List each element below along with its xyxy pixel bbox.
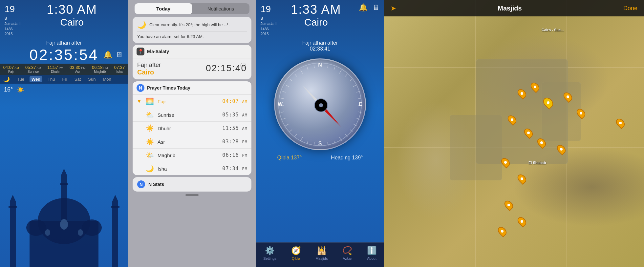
map-label-el-shabab: El Shabab xyxy=(528,161,546,165)
bell-icon-1[interactable]: 🔔 xyxy=(103,51,112,59)
svg-marker-8 xyxy=(61,169,67,175)
svg-point-6 xyxy=(82,219,102,236)
prayer-times-widget: N Prayer Times Today ▼ 🌅 Fajr 04:07 AM ▼… xyxy=(133,81,251,175)
pt-time-fajr: 04:07 AM xyxy=(222,98,247,104)
map-label-cairo-sue: Cairo - Sue... xyxy=(542,28,564,32)
pt-row-sunrise[interactable]: ▼ ⛅ Sunrise 05:35 AM xyxy=(133,108,251,122)
svg-line-19 xyxy=(339,70,342,73)
svg-line-41 xyxy=(283,118,286,119)
nav-masjids[interactable]: 🕌 Masjids xyxy=(315,246,328,260)
masjid-pin-4[interactable] xyxy=(564,92,571,102)
ela-app-icon: 📍 xyxy=(137,48,144,55)
svg-point-55 xyxy=(319,103,323,107)
moon-icon-weather: 🌙 xyxy=(137,21,146,29)
pt-row-dhuhr[interactable]: ▼ ☀️ Dhuhr 11:55 AM xyxy=(133,122,251,135)
nav-about[interactable]: ℹ️ About xyxy=(367,246,377,260)
tab-today[interactable]: Today xyxy=(135,3,192,14)
nav-settings[interactable]: ⚙️ Settings xyxy=(263,246,276,260)
time-center-3: 1:33 AM Cairo xyxy=(291,3,341,28)
screen-icon-1[interactable]: 🖥 xyxy=(116,51,123,59)
nav-azkar[interactable]: 📿 Azkar xyxy=(342,246,352,260)
prayer-times-title: Prayer Times Today xyxy=(147,85,190,91)
svg-line-35 xyxy=(314,142,314,146)
svg-line-32 xyxy=(334,141,335,144)
tab-notifications[interactable]: Notifications xyxy=(192,3,249,14)
month-left-3: 8 xyxy=(261,15,276,21)
masjid-pin-1[interactable] xyxy=(518,89,526,98)
day-mon[interactable]: Mon xyxy=(101,76,113,82)
svg-line-27 xyxy=(356,118,359,119)
prayer-times-row-1: 04:07 AM Fajr 05:37 AM Sunrise 11:57 PM … xyxy=(0,65,128,73)
masjid-pin-15[interactable] xyxy=(617,118,624,128)
city-1: Cairo xyxy=(47,17,97,28)
nstats-name: N Stats xyxy=(148,182,164,187)
urban-area-2 xyxy=(450,115,502,180)
masjid-pin-12[interactable] xyxy=(499,226,506,236)
urban-area-3 xyxy=(542,82,581,141)
masjid-pin-5[interactable] xyxy=(508,115,516,125)
pt-name-isha: Isha xyxy=(158,166,219,172)
masjid-pin-11[interactable] xyxy=(505,200,512,210)
ela-main: Fajr after Cairo 02:15:40 ⓘ xyxy=(133,58,251,79)
svg-line-17 xyxy=(328,65,328,68)
heading-label: Heading 139° xyxy=(331,155,363,161)
prayer-fajr-1[interactable]: 04:07 AM Fajr xyxy=(3,65,19,73)
day-sun[interactable]: Sun xyxy=(86,76,97,82)
prayer-asr-1[interactable]: 03:30 PM Asr xyxy=(70,65,86,73)
svg-point-13 xyxy=(60,219,68,230)
next-prayer-label-1: Fajr athan after xyxy=(0,40,128,46)
masjid-pin-6[interactable] xyxy=(525,128,532,138)
year-gregorian-1: 2015 xyxy=(5,31,20,36)
pin-inner-2 xyxy=(534,86,536,88)
week-bar-1: 🌙 Tue Wed Thu Fri Sat Sun Mon xyxy=(0,75,128,84)
prayer-isha-1[interactable]: 07:37 Isha xyxy=(114,65,125,73)
masjid-pin-7[interactable] xyxy=(538,138,545,148)
prayer-sunrise-1[interactable]: 05:37 AM Sunrise xyxy=(25,65,41,73)
bell-icon-3[interactable]: 🔔 xyxy=(359,3,368,11)
day-tue[interactable]: Tue xyxy=(15,76,26,82)
nav-qibla[interactable]: 🧭 Qibla xyxy=(291,246,301,260)
day-sat[interactable]: Sat xyxy=(73,76,83,82)
pin-inner-3 xyxy=(547,101,549,104)
day-wed[interactable]: Wed xyxy=(30,76,42,82)
done-button[interactable]: Done xyxy=(623,5,637,12)
screen-icon-3[interactable]: 🖥 xyxy=(372,3,379,11)
time-center-1: 1:30 AM Cairo xyxy=(47,3,97,28)
map-background[interactable]: Cairo - Sue... El Shabab xyxy=(384,0,644,267)
day-thu[interactable]: Thu xyxy=(46,76,57,82)
date-left-3: 19 8 Jumada II 1436 2015 xyxy=(261,3,276,37)
masjid-pin-2[interactable] xyxy=(531,82,539,92)
day-fri[interactable]: Fri xyxy=(60,76,69,82)
masjid-pin-3-selected[interactable] xyxy=(544,97,552,108)
compass-ticks xyxy=(275,59,367,151)
masjid-pin-10[interactable] xyxy=(518,174,526,184)
pt-row-fajr[interactable]: ▼ 🌅 Fajr 04:07 AM xyxy=(133,95,251,108)
prayer-dhuhr-1[interactable]: 11:57 PM Dhuhr xyxy=(47,65,63,73)
pin-inner-8 xyxy=(560,148,563,151)
hijri-1: Jumada II xyxy=(5,21,20,26)
pt-row-maghrib[interactable]: ▼ 🌤️ Maghrib 06:16 PM xyxy=(133,149,251,162)
panel-qibla: 19 8 Jumada II 1436 2015 1:33 AM Cairo 🔔… xyxy=(256,0,384,267)
map-title: Masjids xyxy=(498,5,522,12)
masjid-pin-14[interactable] xyxy=(577,108,585,118)
prayer-maghrib-1[interactable]: 06:18 PM Maghrib xyxy=(92,65,108,73)
time-display-3: 1:33 AM xyxy=(291,3,341,17)
compass-outer: N S E W xyxy=(274,58,366,150)
masjid-pin-13[interactable] xyxy=(518,216,526,226)
masjid-pin-9[interactable] xyxy=(502,157,509,167)
settings-icon: ⚙️ xyxy=(265,246,275,255)
pt-icon-maghrib: 🌤️ xyxy=(145,151,154,159)
ela-info-icon[interactable]: ⓘ xyxy=(240,62,246,70)
pt-icon-dhuhr: ☀️ xyxy=(145,124,154,132)
nstats-icon: N xyxy=(137,180,145,188)
masjid-pin-8[interactable] xyxy=(558,144,565,154)
drag-handle[interactable] xyxy=(185,194,199,196)
svg-line-30 xyxy=(345,134,347,137)
nstats-icon-inner: N xyxy=(140,182,142,187)
svg-line-48 xyxy=(295,74,297,76)
svg-point-15 xyxy=(78,229,83,236)
svg-point-5 xyxy=(26,219,46,236)
pt-arrow-isha: ▼ xyxy=(137,166,142,172)
pt-row-asr[interactable]: ▼ ☀️ Asr 03:28 PM xyxy=(133,135,251,149)
pt-row-isha[interactable]: ▼ 🌙 Isha 07:34 PM xyxy=(133,162,251,175)
